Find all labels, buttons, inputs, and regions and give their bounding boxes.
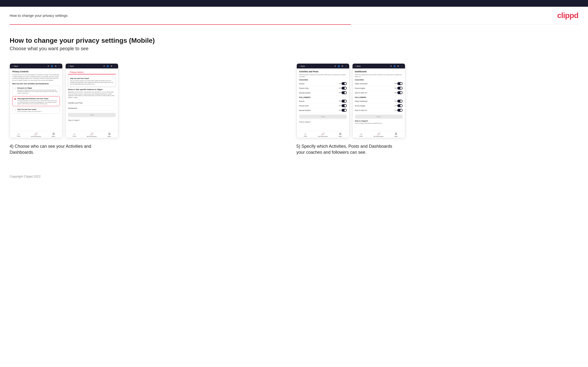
screen4-followers-player-toggle[interactable] xyxy=(397,100,403,103)
screen3-nav-menu[interactable]: ☰ Menu xyxy=(332,132,349,137)
screen3-coaches-rounds-toggle[interactable] xyxy=(341,82,347,85)
screen2-info-title: Show or hide specific features in Clippd xyxy=(68,88,116,91)
screen4-coaches-player-on: ON xyxy=(395,83,397,84)
screen2-menu-dashboards[interactable]: Dashboards › xyxy=(68,106,116,111)
screen2-nav-menu-label: Menu xyxy=(108,136,111,137)
screen1-section-title: Privacy Controls xyxy=(12,70,60,73)
screen3-followers-manual: Manual Activities ON xyxy=(299,108,347,113)
search-icon[interactable]: ⚲ xyxy=(47,65,50,67)
screen3-followers-manual-toggle-wrap: ON xyxy=(339,109,347,112)
screen2-nav-menu[interactable]: ☰ Menu xyxy=(101,132,118,137)
screen4-coaches-player: Player Dashboard ON xyxy=(355,81,403,86)
screen4-coaches-player-toggle[interactable] xyxy=(397,82,403,85)
person-icon3[interactable]: 👤 xyxy=(338,65,340,67)
settings-icon3[interactable]: ⚙ xyxy=(341,65,344,67)
screen4-followers-work: What To Work On ON xyxy=(355,108,403,113)
screen4-nav-menu[interactable]: ☰ Menu xyxy=(388,132,405,137)
top-bar xyxy=(0,0,588,7)
settings-icon4[interactable]: ⚙ xyxy=(397,65,399,67)
screen2-nav-home[interactable]: ⌂ Home xyxy=(66,132,83,137)
more-icon2[interactable]: ⋮ xyxy=(114,65,116,67)
screen3-followers-rounds-label: Rounds xyxy=(299,100,304,102)
screen1-option1[interactable]: Everyone on Clippd Everyone on Clippd ca… xyxy=(12,86,60,96)
screen1-nav-perf[interactable]: 📈 My Performance xyxy=(27,132,45,137)
screen3-coaches-manual: Manual Activities ON xyxy=(299,91,347,95)
more-icon4[interactable]: ⋮ xyxy=(401,65,403,67)
screen2-nav-perf[interactable]: 📈 My Performance xyxy=(83,132,101,137)
screen4-back[interactable]: ‹ < Back xyxy=(355,65,361,67)
screen4-followers-work-toggle-wrap: ON xyxy=(395,109,403,112)
chevron-right-icon2: › xyxy=(115,107,116,109)
screen4-save-btn[interactable]: Save xyxy=(355,115,403,119)
screen2-tab-privacy[interactable]: Privacy Controls xyxy=(68,70,85,75)
screen4-followers-work-toggle[interactable] xyxy=(397,109,403,112)
screen1-option3-content: Only You and Your Coach Only you and the… xyxy=(17,108,42,112)
screen4-followers-work-on: ON xyxy=(395,109,397,111)
screen3-coaches-drills-toggle[interactable] xyxy=(341,87,347,90)
screen1-option1-desc: Everyone on Clippd can search for you an… xyxy=(17,89,58,94)
screen4-icons: ⚲ 👤 ⚙ ⋮ xyxy=(390,65,403,67)
screen3-help: Help & Support xyxy=(299,120,347,124)
screen1-nav-menu[interactable]: ☰ Menu xyxy=(45,132,62,137)
screen3-followers-rounds-toggle[interactable] xyxy=(341,100,347,103)
screen4-coaches-player-toggle-wrap: ON xyxy=(395,82,403,85)
person-icon[interactable]: 👤 xyxy=(51,65,53,67)
screen3-followers-drills-toggle[interactable] xyxy=(341,104,347,107)
screen1-nav-menu-label: Menu xyxy=(52,136,55,137)
screen2-tabs: Privacy Controls xyxy=(68,70,116,75)
more-icon[interactable]: ⋮ xyxy=(58,65,60,67)
search-icon3[interactable]: ⚲ xyxy=(334,65,337,67)
screen4-help-title: Help & Support xyxy=(355,120,403,122)
screen2-back[interactable]: ‹ < Back xyxy=(68,65,74,67)
screen4-nav-perf[interactable]: 📈 My Performance xyxy=(370,132,388,137)
screen3-followers-manual-on: ON xyxy=(339,109,341,111)
screen4-followers-player-toggle-wrap: ON xyxy=(395,100,403,103)
person-icon2[interactable]: 👤 xyxy=(106,65,109,67)
screen1-option3[interactable]: Only You and Your Coach Only you and the… xyxy=(12,107,60,114)
person-icon4[interactable]: 👤 xyxy=(393,65,396,67)
screen1-option2-desc: Only approved followers and coaches you … xyxy=(17,100,58,105)
screen3-followers-rounds-toggle-wrap: ON xyxy=(339,100,347,103)
screen4-coaches-work-toggle[interactable] xyxy=(397,91,403,94)
screen3-coaches-drills: Practice Drills ON xyxy=(299,86,347,91)
search-icon4[interactable]: ⚲ xyxy=(390,65,392,67)
screen4-coaches-insights-toggle[interactable] xyxy=(397,87,403,90)
screen2-save-btn[interactable]: Save xyxy=(68,113,116,117)
screen2-menu-activities[interactable]: Activities and Posts › xyxy=(68,100,116,106)
screen3-nav-menu-label: Menu xyxy=(339,136,342,137)
screen3-back[interactable]: ‹ < Back xyxy=(299,65,305,67)
screen4-coaches-insights-label: Round Insights xyxy=(355,87,365,89)
screen1-back[interactable]: ‹ < Back xyxy=(12,65,18,67)
screen1-topbar: ‹ < Back ⚲ 👤 ⚙ ⋮ xyxy=(10,64,62,68)
settings-icon[interactable]: ⚙ xyxy=(54,65,57,67)
screen1-desc: Control how you and your data appears to… xyxy=(12,74,60,81)
screen3-coaches-manual-toggle[interactable] xyxy=(341,91,347,94)
screen3-followers-rounds-on: ON xyxy=(339,100,341,102)
screen3-nav-perf-label: My Performance xyxy=(318,136,328,137)
settings-icon2[interactable]: ⚙ xyxy=(110,65,112,67)
screen3-coaches-drills-label: Practice Drills xyxy=(299,87,309,89)
screen1-nav-perf-label: My Performance xyxy=(31,136,41,137)
screen2-help: Help & Support xyxy=(68,118,116,122)
screen3-body: Activities and Posts Select the types of… xyxy=(297,68,349,131)
screen1-nav-home[interactable]: ⌂ Home xyxy=(10,132,27,137)
screen1-option2[interactable]: Only Approved Followers and Your Coach O… xyxy=(12,96,60,106)
logo: clippd xyxy=(557,11,578,20)
search-icon2[interactable]: ⚲ xyxy=(103,65,105,67)
screen4-followers-insights-toggle[interactable] xyxy=(397,104,403,107)
group-left: ‹ < Back ⚲ 👤 ⚙ ⋮ Privacy Controls Contro… xyxy=(10,63,292,155)
screen3-nav-home[interactable]: ⌂ Home xyxy=(297,132,314,137)
more-icon3[interactable]: ⋮ xyxy=(345,65,347,67)
screen1-radio3 xyxy=(14,109,16,111)
screen3-nav-perf[interactable]: 📈 My Performance xyxy=(314,132,332,137)
header-title: How to change your privacy settings xyxy=(10,13,68,17)
screen3-followers-manual-toggle[interactable] xyxy=(341,109,347,112)
screen3-save-btn[interactable]: Save xyxy=(299,115,347,119)
screen3-bottom-nav: ⌂ Home 📈 My Performance ☰ Menu xyxy=(297,131,349,138)
screen4-section-title: Dashboards xyxy=(355,70,403,73)
screen4-desc: Select the dashboards that you'd like to… xyxy=(355,74,403,78)
screen2-activities-label: Activities and Posts xyxy=(68,102,83,104)
screen1-option3-desc: Only you and the coaches you connect wit… xyxy=(17,111,42,112)
screen4-nav-home[interactable]: ⌂ Home xyxy=(353,132,370,137)
screen4-coaches-work: What To Work On ON xyxy=(355,91,403,95)
